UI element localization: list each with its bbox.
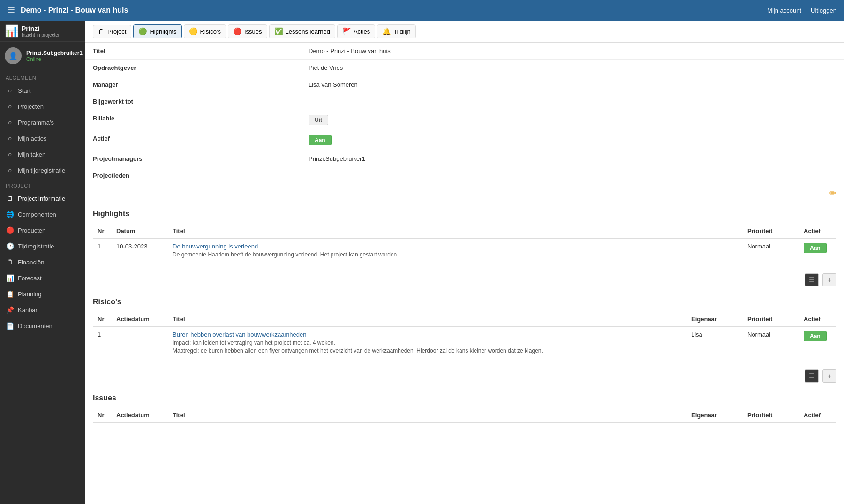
sidebar-user: 👤 Prinzi.Subgebruiker1 Online xyxy=(0,42,85,70)
risicos-table-icon[interactable]: ☰ xyxy=(805,369,819,383)
tab-tijdlijn-icon: 🔔 xyxy=(382,27,391,36)
sidebar-item-mijn-tijdregistratie[interactable]: ○ Mijn tijdregistratie xyxy=(0,162,85,178)
risicos-row1-eigenaar: Lisa xyxy=(686,327,743,358)
mijn-acties-icon: ○ xyxy=(6,134,14,143)
logo-icon: 📊 xyxy=(5,24,19,38)
sidebar-item-forecast[interactable]: 📊 Forecast xyxy=(0,270,85,286)
planning-icon: 📋 xyxy=(6,290,14,298)
main-layout: 📊 Prinzi Inzicht in projecten 👤 Prinzi.S… xyxy=(0,21,844,504)
highlights-row1-nr: 1 xyxy=(93,239,112,262)
sidebar-item-planning[interactable]: 📋 Planning xyxy=(0,286,85,302)
info-row-manager: Manager Lisa van Someren xyxy=(85,76,844,93)
project-informatie-icon: 🗒 xyxy=(6,194,14,203)
risicos-row1-actief-toggle[interactable]: Aan xyxy=(804,331,827,341)
tijdregistratie-icon: 🕐 xyxy=(6,242,14,250)
highlights-header-row: Nr Datum Titel Prioriteit Actief xyxy=(93,224,836,239)
sidebar-label-componenten: Componenten xyxy=(18,211,56,218)
sidebar-label-project-informatie: Project informatie xyxy=(18,195,65,202)
sidebar-label-projecten: Projecten xyxy=(18,103,44,110)
sidebar-section-algemeen: Algemeen xyxy=(0,70,85,83)
componenten-icon: 🌐 xyxy=(6,210,14,218)
sidebar-label-mijn-tijdregistratie: Mijn tijdregistratie xyxy=(18,167,65,174)
info-label-manager: Manager xyxy=(85,76,301,93)
tab-lessons-learned[interactable]: ✅ Lessons learned xyxy=(269,24,335,38)
sidebar-item-tijdregistratie[interactable]: 🕐 Tijdregistratie xyxy=(0,238,85,254)
info-value-actief: Aan xyxy=(301,130,844,150)
risicos-table: Nr Actiedatum Titel Eigenaar Prioriteit … xyxy=(93,312,836,358)
mijn-taken-icon: ○ xyxy=(6,150,14,158)
hamburger-icon[interactable]: ☰ xyxy=(8,5,15,15)
highlights-row1-actief-toggle[interactable]: Aan xyxy=(804,243,827,253)
info-row-titel: Titel Demo - Prinzi - Bouw van huis xyxy=(85,43,844,60)
sidebar-label-kanban: Kanban xyxy=(18,307,39,314)
info-row-billable: Billable Uit xyxy=(85,110,844,130)
risicos-row1-subtext2: Maatregel: de buren hebben allen een fly… xyxy=(173,347,682,354)
sidebar-item-programmas[interactable]: ○ Programma's xyxy=(0,114,85,130)
info-label-projectleden: Projectleden xyxy=(85,167,301,184)
info-value-manager: Lisa van Someren xyxy=(301,76,844,93)
forecast-icon: 📊 xyxy=(6,274,14,282)
risicos-header-row: Nr Actiedatum Titel Eigenaar Prioriteit … xyxy=(93,312,836,327)
highlights-col-prioriteit: Prioriteit xyxy=(743,224,799,239)
sidebar-item-producten[interactable]: 🔴 Producten xyxy=(0,222,85,238)
info-label-billable: Billable xyxy=(85,110,301,130)
documenten-icon: 📄 xyxy=(6,322,14,330)
tab-acties-label: Acties xyxy=(354,28,370,35)
tab-tijdlijn[interactable]: 🔔 Tijdlijn xyxy=(377,24,415,38)
sidebar-item-projecten[interactable]: ○ Projecten xyxy=(0,98,85,114)
start-icon: ○ xyxy=(6,86,14,95)
tab-highlights[interactable]: 🟢 Highlights xyxy=(133,24,181,38)
actief-toggle[interactable]: Aan xyxy=(309,135,332,145)
sidebar-item-financien[interactable]: 🗒 Financiën xyxy=(0,254,85,270)
sidebar-item-componenten[interactable]: 🌐 Componenten xyxy=(0,206,85,222)
tab-issues[interactable]: 🔴 Issues xyxy=(228,24,267,38)
highlights-row1-titel-link[interactable]: De bouwvergunning is verleend xyxy=(173,243,258,250)
tab-risicos[interactable]: 🟡 Risico's xyxy=(184,24,226,38)
avatar: 👤 xyxy=(5,47,22,64)
username: Prinzi.Subgebruiker1 xyxy=(26,50,83,56)
kanban-icon: 📌 xyxy=(6,306,14,314)
uitloggen-link[interactable]: Uitloggen xyxy=(811,7,836,14)
highlights-actions: ☰ + xyxy=(85,270,844,290)
sidebar-section-project: Project xyxy=(0,178,85,190)
info-value-projectleden xyxy=(301,167,844,184)
issues-col-titel: Titel xyxy=(168,408,686,423)
billable-toggle[interactable]: Uit xyxy=(309,115,328,125)
risicos-col-nr: Nr xyxy=(93,312,112,327)
project-title: Demo - Prinzi - Bouw van huis xyxy=(21,6,767,15)
sidebar-label-forecast: Forecast xyxy=(18,275,42,282)
sidebar-item-mijn-taken[interactable]: ○ Mijn taken xyxy=(0,146,85,162)
sidebar-label-documenten: Documenten xyxy=(18,323,53,330)
tab-project[interactable]: 🗒 Project xyxy=(93,25,131,38)
sidebar-label-producten: Producten xyxy=(18,227,45,234)
tab-project-icon: 🗒 xyxy=(98,28,105,36)
sidebar-item-documenten[interactable]: 📄 Documenten xyxy=(0,318,85,334)
risicos-row1-prioriteit: Normaal xyxy=(743,327,799,358)
risicos-row1-titel-link[interactable]: Buren hebben overlast van bouwwerkzaamhe… xyxy=(173,331,306,338)
tab-acties[interactable]: 🚩 Acties xyxy=(337,24,375,38)
tab-lessons-label: Lessons learned xyxy=(286,28,330,35)
tab-bar: 🗒 Project 🟢 Highlights 🟡 Risico's 🔴 Issu… xyxy=(85,21,844,43)
risicos-col-prioriteit: Prioriteit xyxy=(743,312,799,327)
highlights-row1-actief: Aan xyxy=(799,239,836,262)
info-value-bijgewerkt xyxy=(301,93,844,110)
logo-area: 📊 Prinzi Inzicht in projecten xyxy=(0,21,85,42)
risicos-add-button[interactable]: + xyxy=(822,369,836,383)
project-info-table: Titel Demo - Prinzi - Bouw van huis Opdr… xyxy=(85,43,844,184)
highlights-table-icon[interactable]: ☰ xyxy=(805,273,819,286)
sidebar-item-mijn-acties[interactable]: ○ Mijn acties xyxy=(0,130,85,146)
tab-highlights-label: Highlights xyxy=(150,28,176,35)
risicos-col-actief: Actief xyxy=(799,312,836,327)
tab-highlights-icon: 🟢 xyxy=(138,27,147,36)
tab-risicos-icon: 🟡 xyxy=(189,27,198,36)
sidebar-item-project-informatie[interactable]: 🗒 Project informatie xyxy=(0,190,85,206)
sidebar-item-kanban[interactable]: 📌 Kanban xyxy=(0,302,85,318)
mijn-account-link[interactable]: Mijn account xyxy=(767,7,801,14)
nav-links: Mijn account Uitloggen xyxy=(767,7,836,14)
sidebar-label-mijn-acties: Mijn acties xyxy=(18,135,46,142)
sidebar-label-tijdregistratie: Tijdregistratie xyxy=(18,243,54,250)
highlights-add-button[interactable]: + xyxy=(822,273,836,286)
edit-pencil-button[interactable]: ✏ xyxy=(829,188,836,198)
sidebar-item-start[interactable]: ○ Start xyxy=(0,83,85,98)
risicos-col-eigenaar: Eigenaar xyxy=(686,312,743,327)
